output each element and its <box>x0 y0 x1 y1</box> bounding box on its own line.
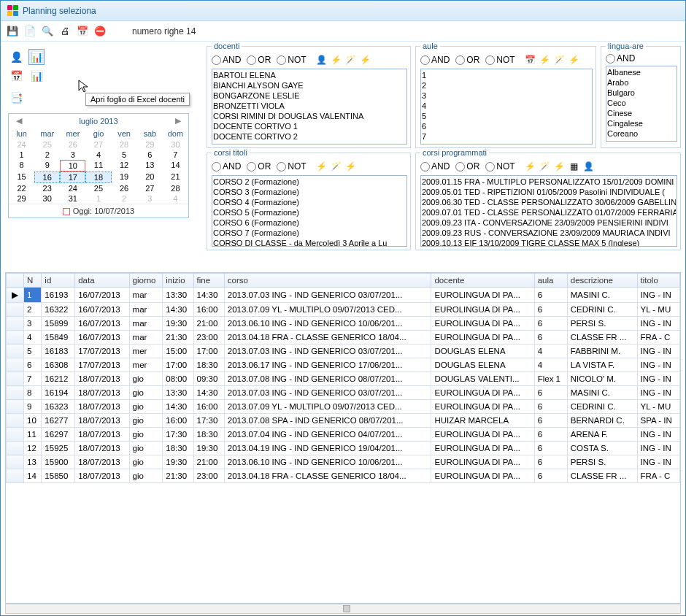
window-title: Planning seleziona <box>23 6 96 16</box>
wand-icon[interactable]: 🪄 <box>553 53 566 66</box>
cal-prev-icon[interactable]: ◀ <box>12 116 26 126</box>
corsi-titoli-list[interactable]: CORSO 2 (Formazione)CORSO 3 (Formazione)… <box>212 175 407 247</box>
cal-days[interactable]: 2425262728293012345678910111213141516171… <box>9 139 188 204</box>
docenti-not-radio[interactable]: NOT <box>277 55 306 65</box>
search-icon[interactable]: 🔍 <box>40 24 55 39</box>
bolt-add-icon[interactable]: ⚡ <box>524 160 537 173</box>
bolt-remove-icon[interactable]: ⚡ <box>344 160 358 173</box>
docenti-list[interactable]: BARTOLI ELENABIANCHI ALYSON GAYEBONGARZO… <box>212 69 407 145</box>
bolt-add-icon[interactable]: ⚡ <box>330 53 343 66</box>
titlebar: Planning seleziona <box>1 1 685 21</box>
bolt-add-icon[interactable]: ⚡ <box>315 160 328 173</box>
row-count-label: numero righe 14 <box>132 26 196 36</box>
aule-not-radio[interactable]: NOT <box>485 55 514 65</box>
calendar-widget[interactable]: ◀ luglio 2013 ▶ lunmarmergiovensabdom 24… <box>8 113 189 218</box>
lingua-list[interactable]: AlbaneseAraboBulgaroCecoCineseCingaleseC… <box>606 66 677 142</box>
user-icon[interactable]: 👤 <box>8 49 24 65</box>
delete-icon[interactable]: ⛔ <box>93 24 107 39</box>
bolt-add-icon[interactable]: ⚡ <box>539 53 552 66</box>
docenti-or-radio[interactable]: OR <box>247 55 271 65</box>
cp-or-radio[interactable]: OR <box>455 161 479 172</box>
docenti-and-radio[interactable]: AND <box>212 55 241 65</box>
ct-or-radio[interactable]: OR <box>247 161 271 172</box>
person-icon[interactable]: 👤 <box>315 53 328 66</box>
left-panel: 👤 📊 📅 📊 📑 ◀ luglio 2013 ▶ lunmarmergiove… <box>5 46 202 250</box>
excel-docenti-icon[interactable]: 📊 <box>28 49 45 65</box>
new-icon[interactable]: 📄 <box>23 24 37 39</box>
corsi-prog-list[interactable]: 2009.01.15 FRA - MULTIPLO PERSONALIZZATO… <box>420 175 677 247</box>
calendar-tool-icon[interactable]: 📅 <box>8 68 24 84</box>
data-grid[interactable]: Niddatagiornoiniziofinecorsodocenteaulad… <box>5 272 681 604</box>
report-icon[interactable]: 📑 <box>8 90 24 106</box>
save-icon[interactable]: 💾 <box>5 24 20 39</box>
cp-not-radio[interactable]: NOT <box>485 161 514 172</box>
aule-and-radio[interactable]: AND <box>420 55 450 65</box>
lingua-label: lingua-are <box>606 42 646 50</box>
tooltip: Apri foglio di Excel docenti <box>85 93 190 106</box>
wand-icon[interactable]: 🪄 <box>330 160 343 173</box>
bolt-remove-icon[interactable]: ⚡ <box>359 53 372 66</box>
calendar-mini-icon[interactable]: 📅 <box>524 53 537 66</box>
bolt-remove-icon[interactable]: ⚡ <box>568 53 581 66</box>
cal-today-link[interactable]: Oggi: 10/07/2013 <box>9 204 188 217</box>
excel-aule-icon[interactable]: 📊 <box>28 68 45 84</box>
docenti-label: docenti <box>212 42 242 50</box>
aule-or-radio[interactable]: OR <box>455 55 479 65</box>
wand-icon[interactable]: 🪄 <box>344 53 358 66</box>
calendar-icon[interactable]: 📅 <box>75 24 90 39</box>
cal-next-icon[interactable]: ▶ <box>171 116 185 126</box>
aule-list[interactable]: 1234567 <box>420 69 593 145</box>
cp-and-radio[interactable]: AND <box>420 161 450 172</box>
ct-and-radio[interactable]: AND <box>212 161 241 172</box>
app-icon <box>7 5 18 17</box>
bolt-remove-icon[interactable]: ⚡ <box>553 160 566 173</box>
corsi-prog-label: corsi programmati <box>420 148 489 157</box>
person-icon[interactable]: 👤 <box>582 160 596 173</box>
planning-window: Planning seleziona 💾 📄 🔍 🖨 📅 ⛔ numero ri… <box>0 0 686 616</box>
grid-icon[interactable]: ▦ <box>568 160 581 173</box>
corsi-titoli-label: corsi titoli <box>212 148 250 157</box>
print-icon[interactable]: 🖨 <box>58 24 72 39</box>
cal-title: luglio 2013 <box>32 117 165 126</box>
horizontal-scrollbar[interactable] <box>5 604 681 614</box>
aule-label: aule <box>420 42 440 50</box>
ct-not-radio[interactable]: NOT <box>277 161 306 172</box>
lingua-and-radio[interactable]: AND <box>606 53 635 63</box>
wand-icon[interactable]: 🪄 <box>539 160 552 173</box>
cal-day-headers: lunmarmergiovensabdom <box>9 128 188 139</box>
main-toolbar: 💾 📄 🔍 🖨 📅 ⛔ numero righe 14 <box>1 21 685 42</box>
